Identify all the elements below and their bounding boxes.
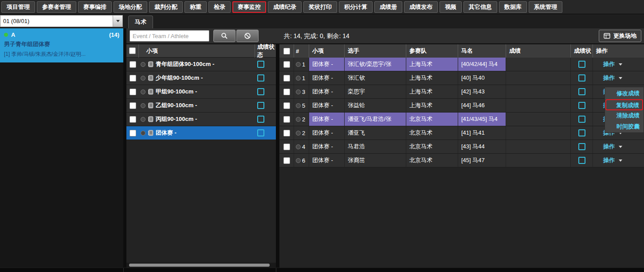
menu-item-copy-score[interactable]: 复制成绩 — [605, 99, 643, 110]
column-header-horse: 马名 — [458, 44, 506, 58]
row-checkbox[interactable] — [130, 102, 136, 109]
score-status-checkbox[interactable] — [257, 116, 264, 123]
row-radio[interactable] — [141, 131, 145, 136]
menu-item-modify-score[interactable]: 修改成绩 — [605, 88, 644, 99]
table-row[interactable]: 1 团体赛 - 张汇钦/栾思宇/张 上海马术 [40/42/44] 马4 操作 — [279, 58, 644, 71]
sidebar-item-selected-event[interactable]: A (14) 男子青年组团体赛 [1] 李帅/马镇/朱辰杰/金洋洋/赵明... — [0, 28, 123, 62]
tab-equestrian[interactable]: 马术 — [128, 16, 153, 28]
session-select-arrow-button[interactable] — [113, 16, 122, 27]
row-radio[interactable] — [141, 117, 145, 122]
menu-item-clear-score[interactable]: 清除成绩 — [605, 110, 644, 121]
row-checkbox[interactable] — [283, 102, 290, 109]
score-status-checkbox[interactable] — [257, 102, 264, 109]
menu-event-scheduling[interactable]: 赛事编排 — [78, 1, 112, 13]
menu-system-management[interactable]: 系统管理 — [529, 1, 562, 13]
menu-project-management[interactable]: 项目管理 — [1, 1, 35, 13]
score-status-checkbox[interactable] — [257, 88, 264, 95]
clear-filter-button[interactable] — [236, 30, 259, 42]
action-dropdown-button[interactable]: 操作 — [603, 143, 622, 151]
table-row[interactable]: 6 团体赛 - 张裔茁 北京马术 [45] 马47 操作 — [279, 154, 644, 167]
menu-certificate-printing[interactable]: 奖状打印 — [303, 1, 337, 13]
row-radio[interactable] — [296, 158, 301, 163]
row-checkbox[interactable] — [283, 61, 290, 68]
score-status-checkbox[interactable] — [578, 74, 585, 82]
start-number: 2 — [302, 116, 305, 123]
row-checkbox[interactable] — [283, 89, 290, 95]
action-label: 操作 — [603, 74, 615, 82]
list-item[interactable]: 丙组90-100cm - — [126, 113, 276, 126]
list-item[interactable]: 少年组90-100cm - — [126, 71, 276, 85]
session-select[interactable]: 01 (08/01) — [0, 15, 123, 27]
row-checkbox[interactable] — [283, 75, 290, 82]
table-row[interactable]: 2 团体赛 - 潘亚飞 北京马术 [41] 马41 操作 — [279, 126, 644, 140]
list-item[interactable]: 乙组90-100cm - — [126, 99, 276, 113]
menu-participant-management[interactable]: 参赛者管理 — [37, 1, 76, 13]
row-checkbox[interactable] — [130, 75, 136, 82]
team-cell: 北京马术 — [406, 154, 458, 167]
menu-item-time-capsule[interactable]: 时间胶囊 — [605, 121, 644, 132]
menu-judge-allocation[interactable]: 裁判分配 — [149, 1, 183, 13]
menu-video[interactable]: 视频 — [440, 1, 462, 13]
menu-check-in[interactable]: 检录 — [208, 1, 231, 13]
score-status-checkbox[interactable] — [257, 129, 264, 136]
menu-database[interactable]: 数据库 — [499, 1, 527, 13]
score-status-checkbox[interactable] — [578, 61, 585, 68]
row-checkbox[interactable] — [130, 130, 136, 136]
row-radio[interactable] — [141, 62, 145, 67]
row-checkbox[interactable] — [283, 144, 290, 150]
list-item[interactable]: 青年组团体90-100cm - — [126, 58, 276, 71]
table-row[interactable]: 4 团体赛 - 马君浩 北京马术 [43] 马44 操作 — [279, 140, 644, 154]
list-item[interactable]: 甲组90-100cm - — [126, 85, 276, 99]
menu-score-record[interactable]: 成绩纪录 — [268, 1, 302, 13]
menu-weighing[interactable]: 称重 — [185, 1, 207, 13]
select-all-checkbox[interactable] — [129, 47, 136, 54]
select-all-checkbox[interactable] — [283, 48, 290, 54]
list-item-selected[interactable]: 团体赛 - — [126, 126, 276, 140]
horizontal-scrollbar-thumb[interactable] — [129, 264, 270, 267]
action-dropdown-button[interactable]: 操作 — [603, 156, 622, 164]
row-radio[interactable] — [296, 144, 301, 149]
row-radio[interactable] — [296, 76, 301, 81]
menu-event-monitoring[interactable]: 赛事监控 — [232, 1, 266, 13]
table-row[interactable]: 2 团体赛 - 潘亚飞/马君浩/张 北京马术 [41/43/45] 马4 操作 — [279, 113, 644, 126]
row-radio[interactable] — [296, 89, 301, 94]
row-checkbox[interactable] — [130, 61, 136, 68]
score-status-checkbox[interactable] — [578, 143, 585, 150]
score-status-checkbox[interactable] — [578, 102, 585, 109]
row-radio[interactable] — [296, 103, 301, 108]
row-radio[interactable] — [141, 89, 145, 94]
search-input[interactable] — [130, 30, 209, 42]
results-header: # 小项 选手 参赛队 马名 成绩 成绩状 操作 — [279, 44, 644, 58]
menu-score-publishing[interactable]: 成绩发布 — [404, 1, 438, 13]
score-status-checkbox[interactable] — [578, 116, 585, 123]
row-checkbox[interactable] — [283, 157, 290, 164]
menu-points-calculation[interactable]: 积分计算 — [339, 1, 373, 13]
row-radio[interactable] — [296, 117, 301, 122]
score-status-checkbox[interactable] — [257, 74, 264, 82]
change-venue-button[interactable]: 更换场地 — [599, 30, 641, 42]
row-radio[interactable] — [141, 76, 145, 81]
search-button[interactable] — [213, 30, 236, 42]
start-number: 4 — [302, 144, 305, 150]
score-status-checkbox[interactable] — [257, 61, 264, 68]
score-status-checkbox[interactable] — [578, 88, 585, 95]
action-dropdown-button[interactable]: 操作 — [603, 74, 622, 82]
score-status-checkbox[interactable] — [578, 157, 585, 164]
menu-other-info[interactable]: 其它信息 — [463, 1, 497, 13]
score-status-checkbox[interactable] — [578, 129, 585, 136]
menu-venue-allocation[interactable]: 场地分配 — [114, 1, 147, 13]
row-checkbox[interactable] — [283, 130, 290, 136]
athlete-cell: 潘亚飞 — [345, 126, 406, 140]
row-radio[interactable] — [141, 103, 145, 108]
horizontal-scrollbar-track[interactable] — [126, 263, 276, 268]
row-checkbox[interactable] — [283, 116, 290, 123]
table-row[interactable]: 1 团体赛 - 张汇钦 上海马术 [40] 马40 操作 — [279, 71, 644, 85]
table-row[interactable]: 3 团体赛 - 栾思宇 上海马术 [42] 马43 操作 — [279, 85, 644, 99]
table-row[interactable]: 5 团体赛 - 张益铪 上海马术 [44] 马46 操作 — [279, 99, 644, 113]
row-radio[interactable] — [296, 62, 301, 67]
row-checkbox[interactable] — [130, 89, 136, 95]
row-checkbox[interactable] — [130, 116, 136, 123]
row-radio[interactable] — [296, 131, 301, 136]
menu-score-book[interactable]: 成绩册 — [374, 1, 402, 13]
action-dropdown-button[interactable]: 操作 — [603, 60, 622, 68]
